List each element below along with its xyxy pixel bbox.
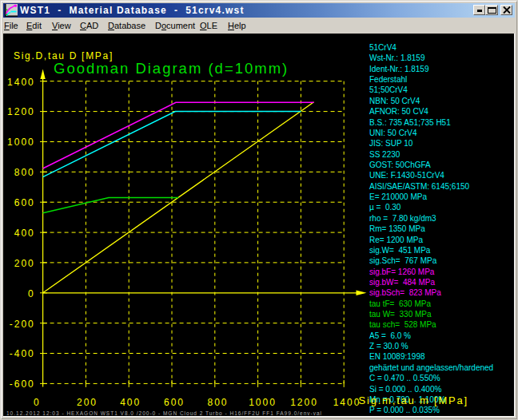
svg-text:C = 0.470 .. 0.550%: C = 0.470 .. 0.550%: [369, 374, 440, 382]
svg-text:A5 = 6.0 %: A5 = 6.0 %: [369, 331, 411, 340]
svg-text:sig.bW= 484 MPa: sig.bW= 484 MPa: [369, 278, 435, 287]
svg-text:400: 400: [14, 228, 35, 239]
svg-text:SS 2230: SS 2230: [369, 150, 400, 159]
svg-text:AISI/SAE/ASTM: 6145;6150: AISI/SAE/ASTM: 6145;6150: [369, 182, 470, 191]
svg-text:sig.Sch= 767 MPa: sig.Sch= 767 MPa: [369, 256, 437, 265]
svg-text:sig.W= 451 MPa: sig.W= 451 MPa: [369, 246, 431, 255]
svg-text:Z = 30.0 %: Z = 30.0 %: [369, 342, 408, 351]
svg-text:µ = 0.30: µ = 0.30: [369, 203, 401, 212]
svg-text:EN 10089:1998: EN 10089:1998: [369, 352, 425, 361]
svg-text:51;50CrV4: 51;50CrV4: [369, 85, 408, 94]
svg-text:UNI: 50 CrV4: UNI: 50 CrV4: [369, 129, 417, 137]
svg-text:Si = 0.000 .. 0.400%: Si = 0.000 .. 0.400%: [369, 385, 441, 394]
svg-text:600: 600: [164, 397, 185, 408]
svg-text:Ident-Nr.: 1.8159: Ident-Nr.: 1.8159: [369, 65, 429, 73]
svg-text:51CrV4: 51CrV4: [369, 43, 396, 52]
svg-text:gehärtet und angelassen/harden: gehärtet und angelassen/hardened: [369, 363, 493, 372]
svg-text:Federstahl: Federstahl: [369, 75, 407, 84]
svg-text:GOST: 50ChGFA: GOST: 50ChGFA: [369, 160, 431, 169]
svg-text:1000: 1000: [7, 137, 35, 148]
svg-text:UNE: F.1430-51CrV4: UNE: F.1430-51CrV4: [369, 171, 444, 180]
svg-text:B.S.: 735 A51;735 H51: B.S.: 735 A51;735 H51: [369, 118, 451, 127]
svg-text:JIS: SUP 10: JIS: SUP 10: [369, 139, 413, 148]
svg-text:-400: -400: [10, 348, 35, 359]
svg-text:1200: 1200: [290, 397, 318, 408]
svg-text:0: 0: [34, 397, 41, 408]
svg-text:1200: 1200: [7, 106, 35, 117]
svg-text:NBN: 50 CrV4: NBN: 50 CrV4: [369, 97, 420, 105]
svg-text:Wst-Nr.: 1.8159: Wst-Nr.: 1.8159: [369, 53, 425, 62]
svg-text:sig.bF= 1260 MPa: sig.bF= 1260 MPa: [369, 267, 435, 276]
svg-text:1400: 1400: [7, 77, 35, 88]
svg-text:800: 800: [207, 397, 228, 408]
svg-text:Goodman Diagram (d=10mm): Goodman Diagram (d=10mm): [54, 60, 289, 77]
svg-text:600: 600: [14, 197, 35, 208]
svg-text:sig.bSch= 823 MPa: sig.bSch= 823 MPa: [369, 288, 441, 297]
svg-text:800: 800: [14, 167, 35, 178]
svg-text:tau tF= 630 MPa: tau tF= 630 MPa: [369, 299, 431, 308]
svg-text:0: 0: [28, 288, 35, 299]
svg-text:1000: 1000: [249, 397, 277, 408]
svg-text:AFNOR: 50 CV4: AFNOR: 50 CV4: [369, 107, 428, 116]
svg-text:200: 200: [14, 258, 35, 269]
svg-text:200: 200: [77, 397, 98, 408]
svg-text:rho = 7.80 kg/dm3: rho = 7.80 kg/dm3: [369, 214, 436, 223]
svg-text:tau sch= 528 MPa: tau sch= 528 MPa: [369, 320, 436, 329]
svg-text:10.12.2012 12:03 - HEXAGON WST: 10.12.2012 12:03 - HEXAGON WST1 V8.0 /20…: [6, 410, 322, 416]
svg-text:Sig.m,tau m [MPa]: Sig.m,tau m [MPa]: [359, 394, 469, 406]
svg-text:1400: 1400: [333, 397, 361, 408]
svg-text:400: 400: [120, 397, 141, 408]
svg-text:-200: -200: [10, 319, 35, 330]
svg-text:P = 0.000 .. 0.035%: P = 0.000 .. 0.035%: [369, 406, 440, 414]
svg-text:-600: -600: [10, 378, 35, 390]
svg-text:Re= 1200 MPa: Re= 1200 MPa: [369, 236, 423, 244]
svg-text:tau W= 330 MPa: tau W= 330 MPa: [369, 310, 432, 319]
svg-text:Rm= 1350 MPa: Rm= 1350 MPa: [369, 224, 425, 233]
svg-text:E= 210000 MPa: E= 210000 MPa: [369, 192, 427, 201]
